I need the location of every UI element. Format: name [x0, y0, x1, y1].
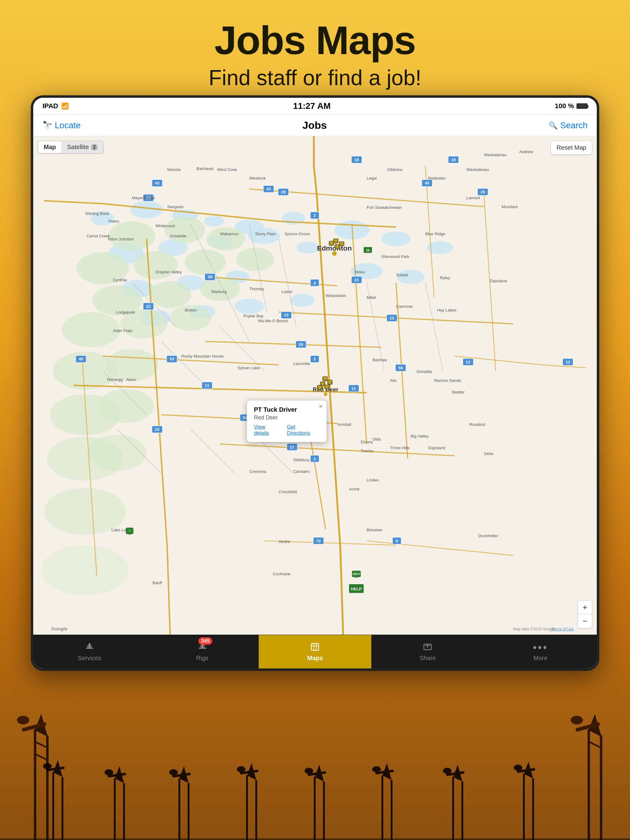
- zoom-out-button[interactable]: −: [578, 614, 592, 628]
- svg-rect-262: [62, 777, 63, 840]
- svg-rect-233: [199, 648, 206, 649]
- svg-rect-250: [22, 722, 46, 732]
- svg-text:Manola: Manola: [167, 167, 180, 172]
- tab-share[interactable]: Share: [371, 635, 484, 668]
- svg-text:Tofield: Tofield: [396, 273, 408, 277]
- reset-map-button[interactable]: Reset Map: [551, 141, 592, 155]
- svg-text:16: 16: [366, 249, 370, 252]
- svg-text:2: 2: [313, 213, 316, 218]
- tab-rigs[interactable]: 345 Rigs: [146, 635, 258, 668]
- svg-rect-258: [576, 722, 600, 732]
- svg-text:43: 43: [155, 181, 160, 185]
- svg-rect-231: [91, 645, 92, 648]
- locate-button[interactable]: 🔭 Locate: [43, 120, 81, 130]
- svg-text:J: J: [324, 377, 326, 380]
- svg-text:Three Hills: Three Hills: [390, 445, 410, 450]
- svg-text:Wetaskiwin: Wetaskiwin: [326, 293, 346, 298]
- svg-text:Didsbury: Didsbury: [293, 458, 309, 462]
- svg-marker-293: [453, 765, 462, 782]
- svg-text:Rocky Mountain House: Rocky Mountain House: [181, 354, 224, 358]
- popup-get-directions[interactable]: Get Directions: [287, 424, 320, 436]
- svg-rect-235: [200, 645, 201, 648]
- share-label: Share: [419, 655, 436, 662]
- svg-rect-253: [587, 729, 590, 840]
- svg-text:22: 22: [146, 304, 151, 309]
- svg-rect-276: [246, 775, 248, 840]
- svg-rect-272: [188, 783, 190, 840]
- battery-percent: 100 %: [555, 102, 574, 110]
- svg-point-300: [514, 765, 522, 771]
- svg-text:Cynthia: Cynthia: [113, 278, 127, 282]
- svg-point-16: [381, 232, 410, 246]
- svg-text:Airdrie: Airdrie: [279, 539, 291, 544]
- svg-line-256: [589, 742, 601, 748]
- svg-rect-271: [179, 778, 180, 840]
- svg-text:Ryley: Ryley: [440, 275, 450, 280]
- svg-text:Carrot Creek: Carrot Creek: [86, 234, 110, 238]
- maps-label: Maps: [307, 655, 323, 662]
- svg-text:Mundare: Mundare: [502, 204, 518, 209]
- svg-point-265: [43, 763, 52, 769]
- svg-text:Hay Lakes: Hay Lakes: [437, 308, 456, 313]
- zoom-in-button[interactable]: +: [578, 600, 592, 614]
- popup-view-details[interactable]: View details: [254, 424, 281, 436]
- svg-text:Drumheller: Drumheller: [478, 534, 499, 538]
- svg-text:Terms of Use: Terms of Use: [552, 627, 574, 631]
- svg-rect-254: [600, 736, 602, 840]
- svg-text:Lacombe: Lacombe: [293, 361, 310, 366]
- svg-text:2: 2: [313, 281, 316, 285]
- svg-text:Acme: Acme: [349, 487, 359, 491]
- svg-text:Google: Google: [51, 626, 68, 631]
- svg-text:Spruce Grove: Spruce Grove: [285, 232, 310, 236]
- tab-services[interactable]: Services: [33, 635, 146, 668]
- svg-text:Ma-Me-O Beach: Ma-Me-O Beach: [258, 319, 288, 323]
- svg-text:Warburg: Warburg: [211, 289, 227, 294]
- map-area[interactable]: 18 18 43 43 2 2 2 2 22 22 22: [33, 136, 597, 635]
- svg-text:Whitecourt: Whitecourt: [155, 224, 175, 228]
- satellite-label: Satellite: [67, 144, 89, 151]
- svg-text:Alexo: Alexo: [126, 377, 136, 382]
- tab-more[interactable]: ••• More: [484, 635, 597, 668]
- svg-marker-249: [35, 714, 47, 736]
- svg-text:Gibbons: Gibbons: [387, 167, 403, 172]
- svg-point-260: [571, 716, 583, 725]
- nav-bar: 🔭 Locate Jobs 🔍 Search: [33, 115, 597, 136]
- svg-text:Fort Saskatchewan: Fort Saskatchewan: [367, 205, 402, 210]
- svg-text:Innisfail: Innisfail: [337, 422, 351, 427]
- svg-marker-268: [115, 766, 124, 783]
- svg-text:Millet: Millet: [367, 295, 376, 300]
- svg-text:Sylvan Lake: Sylvan Lake: [237, 366, 260, 370]
- svg-point-4: [204, 216, 225, 226]
- svg-text:Stettler: Stettler: [451, 390, 465, 395]
- svg-text:Legal: Legal: [367, 176, 377, 180]
- svg-text:13: 13: [389, 316, 394, 321]
- svg-marker-278: [247, 763, 256, 780]
- map-tab-satellite[interactable]: Satellite 2: [62, 141, 103, 153]
- more-icon: •••: [533, 642, 548, 653]
- svg-text:Thorsby: Thorsby: [249, 287, 264, 291]
- search-button[interactable]: 🔍 Search: [548, 120, 587, 130]
- map-tab-map[interactable]: Map: [38, 141, 62, 153]
- svg-text:Olds: Olds: [372, 437, 381, 442]
- svg-text:18: 18: [451, 158, 456, 162]
- svg-text:Lamont: Lamont: [466, 196, 480, 200]
- svg-text:J: J: [326, 385, 328, 388]
- svg-rect-301: [0, 838, 630, 840]
- svg-text:Nisku: Nisku: [355, 270, 365, 274]
- svg-text:18: 18: [355, 158, 359, 162]
- services-label: Services: [78, 655, 101, 662]
- popup-job-location: Red Deer: [254, 414, 320, 421]
- svg-point-290: [372, 766, 381, 772]
- svg-point-295: [443, 768, 451, 774]
- tab-maps[interactable]: Maps: [259, 635, 371, 668]
- svg-marker-283: [315, 765, 324, 782]
- svg-rect-0: [44, 136, 586, 635]
- oil-rigs-overlay: [0, 662, 630, 840]
- svg-text:Donalda: Donalda: [416, 369, 432, 374]
- popup-close-button[interactable]: ×: [319, 403, 323, 410]
- svg-text:9: 9: [396, 539, 398, 543]
- svg-text:20: 20: [299, 342, 303, 347]
- svg-rect-261: [52, 772, 54, 840]
- svg-text:Sherwood Park: Sherwood Park: [381, 254, 409, 259]
- svg-rect-264: [46, 766, 65, 771]
